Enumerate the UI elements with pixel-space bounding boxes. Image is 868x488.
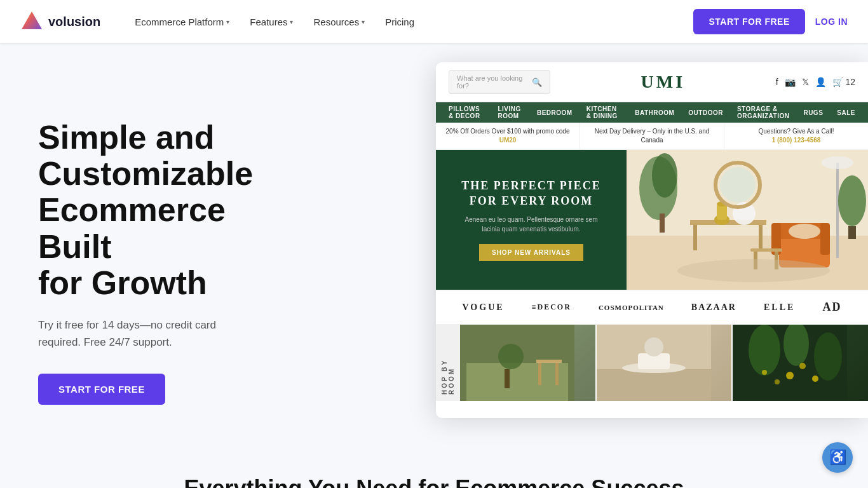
chevron-down-icon: ▾: [362, 18, 365, 25]
chevron-down-icon: ▾: [290, 18, 293, 25]
umi-topbar: What are you looking for? 🔍 UMI f 📷 𝕏 👤 …: [436, 62, 868, 102]
hero-start-free-button[interactable]: START FOR FREE: [38, 374, 165, 405]
nav-start-free-button[interactable]: START FOR FREE: [693, 9, 804, 34]
hero-text: Simple and Customizable Ecommerce Built …: [38, 81, 305, 405]
svg-point-39: [644, 337, 663, 356]
bottom-section: Everything You Need for Ecommerce Succes…: [0, 450, 868, 488]
umi-social-icons: f 📷 𝕏 👤 🛒 12: [776, 77, 855, 87]
svg-point-45: [799, 363, 806, 369]
bottom-heading: Everything You Need for Ecommerce Succes…: [38, 475, 830, 488]
svg-rect-5: [660, 214, 665, 233]
shop-by-room-images: [460, 325, 868, 401]
umi-nav-bathroom[interactable]: BATHROOM: [628, 109, 681, 116]
svg-point-27: [677, 259, 830, 282]
accessibility-button[interactable]: ♿: [822, 442, 853, 473]
umi-shop-btn[interactable]: SHOP NEW ARRIVALS: [479, 244, 583, 261]
umi-nav-kitchen[interactable]: KITCHEN & DINING: [580, 105, 627, 119]
svg-point-4: [652, 153, 677, 198]
svg-rect-33: [538, 363, 541, 385]
svg-point-30: [498, 344, 524, 369]
navigation: volusion Ecommerce Platform ▾ Features ▾…: [0, 0, 868, 43]
umi-nav-pillows[interactable]: PILLOWS & DECOR: [442, 105, 490, 119]
room-img-3[interactable]: [733, 325, 868, 401]
umi-nav: PILLOWS & DECOR LIVING ROOM BEDROOM KITC…: [436, 102, 868, 123]
umi-promo-1: 20% Off Orders Over $100 with promo code…: [436, 123, 580, 149]
svg-rect-18: [820, 223, 830, 255]
svg-point-14: [720, 167, 756, 203]
nav-ecommerce-platform[interactable]: Ecommerce Platform ▾: [126, 11, 238, 32]
press-decor: ≡DECOR: [532, 302, 571, 312]
umi-nav-sale[interactable]: SALE: [831, 109, 862, 116]
search-text: What are you looking for?: [457, 74, 528, 90]
svg-rect-31: [505, 369, 510, 388]
svg-rect-32: [536, 360, 562, 363]
accessibility-icon: ♿: [829, 449, 846, 466]
room-img-2[interactable]: [597, 325, 732, 401]
svg-point-21: [822, 156, 853, 169]
store-mockup: What are you looking for? 🔍 UMI f 📷 𝕏 👤 …: [436, 62, 868, 418]
logo-icon: [20, 10, 43, 33]
press-ad: AD: [822, 301, 841, 314]
umi-promo-bar: 20% Off Orders Over $100 with promo code…: [436, 123, 868, 150]
room-img-2-svg: [597, 325, 711, 401]
press-vogue: VOGUE: [463, 302, 505, 313]
umi-hero-desc: Aenean eu leo quam. Pellentesque ornare …: [465, 215, 597, 234]
umi-shop-by-room: HOP BY ROOM: [436, 325, 868, 401]
nav-links: Ecommerce Platform ▾ Features ▾ Resource…: [126, 11, 693, 32]
room-img-3-svg: [733, 325, 847, 401]
svg-rect-7: [693, 225, 697, 250]
umi-nav-living[interactable]: LIVING ROOM: [491, 105, 529, 119]
umi-nav-storage[interactable]: STORAGE & ORGANIZATION: [731, 105, 796, 119]
svg-marker-0: [22, 11, 42, 29]
logo[interactable]: volusion: [20, 10, 100, 33]
press-elle: ELLE: [764, 302, 795, 313]
facebook-icon: f: [776, 77, 778, 87]
umi-search: What are you looking for? 🔍: [449, 70, 550, 94]
umi-nav-rugs[interactable]: RUGS: [797, 109, 829, 116]
umi-hero-left: THE PERFECT PIECEFOR EVERY ROOM Aenean e…: [436, 150, 627, 290]
umi-hero-right: [627, 150, 868, 290]
logo-text: volusion: [48, 15, 100, 29]
nav-pricing[interactable]: Pricing: [376, 11, 423, 32]
nav-login-button[interactable]: LOG IN: [815, 17, 848, 27]
chevron-down-icon: ▾: [226, 18, 229, 25]
svg-point-44: [786, 372, 794, 379]
cart-icon: 🛒 12: [832, 77, 855, 87]
umi-hero-banner: THE PERFECT PIECEFOR EVERY ROOM Aenean e…: [436, 150, 868, 290]
svg-rect-36: [597, 369, 711, 401]
press-bazaar: BAZAAR: [691, 302, 736, 313]
umi-nav-bedroom[interactable]: BEDROOM: [531, 109, 579, 116]
hero-section: Simple and Customizable Ecommerce Built …: [0, 43, 868, 450]
svg-point-41: [749, 325, 780, 376]
room-scene-svg: [627, 150, 868, 290]
svg-point-48: [762, 370, 767, 375]
account-icon: 👤: [815, 77, 826, 87]
twitter-icon: 𝕏: [802, 77, 809, 87]
hero-subtext: Try it free for 14 days—no credit cardre…: [38, 316, 305, 351]
room-img-1[interactable]: [460, 325, 595, 401]
svg-rect-34: [555, 363, 559, 385]
nav-features[interactable]: Features ▾: [241, 11, 302, 32]
svg-point-22: [838, 175, 866, 226]
svg-point-43: [814, 332, 842, 381]
room-img-1-svg: [460, 325, 574, 401]
umi-promo-2: Next Day Delivery – Only in the U.S. and…: [580, 123, 724, 149]
svg-rect-29: [466, 363, 568, 401]
umi-brand: UMI: [641, 72, 686, 92]
svg-rect-20: [836, 163, 839, 258]
umi-hero-title: THE PERFECT PIECEFOR EVERY ROOM: [461, 179, 601, 208]
nav-resources[interactable]: Resources ▾: [304, 11, 374, 32]
svg-point-46: [775, 379, 780, 384]
shop-by-room-label: HOP BY ROOM: [436, 325, 460, 401]
umi-promo-3: Questions? Give As a Call!1 (800) 123-45…: [724, 123, 868, 149]
svg-rect-8: [759, 225, 763, 250]
svg-point-47: [812, 376, 818, 382]
press-cosmopolitan: COSMOPOLITAN: [599, 304, 664, 311]
instagram-icon: 📷: [785, 77, 796, 87]
svg-point-19: [789, 224, 820, 239]
umi-nav-outdoor[interactable]: OUTDOOR: [682, 109, 729, 116]
search-icon: 🔍: [532, 78, 542, 87]
svg-rect-24: [750, 248, 782, 252]
hero-heading: Simple and Customizable Ecommerce Built …: [38, 119, 305, 301]
svg-rect-23: [848, 226, 856, 239]
